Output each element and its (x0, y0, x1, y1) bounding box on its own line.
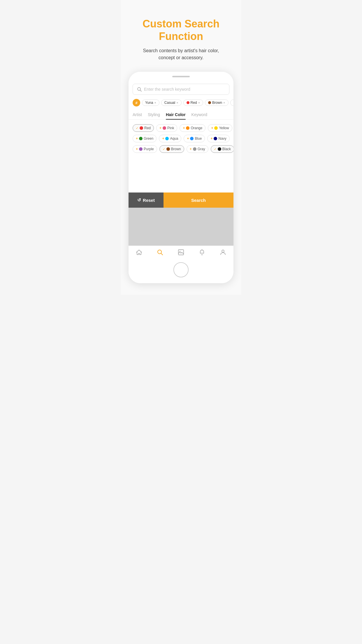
plus-icon: + (190, 147, 192, 151)
tag-label: Brown (212, 101, 222, 105)
search-bar[interactable]: Enter the search keyword (133, 84, 229, 95)
color-options: ✓ Red + Pink + Orange + (129, 120, 233, 158)
color-chip-yellow[interactable]: + Yellow (208, 124, 232, 132)
color-label-yellow: Yellow (219, 126, 229, 130)
action-bar: ↺ Reset Search (129, 192, 233, 208)
search-btn-label: Search (191, 198, 206, 203)
tab-artist[interactable]: Artist (133, 109, 142, 119)
color-dot-aqua (165, 137, 169, 140)
phone-home-area (129, 258, 233, 283)
color-row-2: + Green + Aqua + Blue + (133, 135, 229, 142)
color-dot-brown (166, 147, 170, 151)
color-dot-black (218, 147, 221, 151)
gallery-icon (178, 249, 184, 256)
color-label-blue: Blue (195, 136, 202, 141)
search-bar-wrapper: Enter the search keyword (129, 80, 233, 97)
page-title: Custom Search Function (126, 18, 236, 43)
nav-item-home[interactable] (129, 249, 150, 256)
bell-icon (198, 249, 205, 256)
plus-icon: + (187, 136, 189, 141)
search-icon (137, 87, 142, 92)
color-chip-orange[interactable]: + Orange (180, 124, 205, 132)
home-button[interactable] (173, 262, 189, 277)
color-label-brown: Brown (171, 147, 181, 151)
color-label-pink: Pink (167, 126, 174, 130)
color-row-3: + Purple ✓ Brown + Gray (133, 145, 229, 153)
color-label-purple: Purple (144, 147, 154, 151)
tag-chip-yuna[interactable]: Yuna × (142, 99, 159, 106)
color-chip-purple[interactable]: + Purple (133, 145, 157, 153)
color-label-aqua: Aqua (170, 136, 178, 141)
tab-keyword[interactable]: Keyword (191, 109, 207, 119)
color-label-green: Green (144, 136, 153, 141)
reset-icon: ↺ (137, 197, 141, 203)
page-subtitle: Search contents by artist's hair color,c… (143, 47, 219, 61)
tab-hair-color[interactable]: Hair Color (166, 109, 186, 119)
color-label-gray: Gray (198, 147, 205, 151)
plus-icon: + (136, 147, 138, 151)
color-dot-navy (214, 137, 217, 140)
tags-row: # Yuna × Casual × Red × Brown × (129, 97, 233, 109)
page-wrapper: Custom Search Function Search contents b… (121, 0, 241, 295)
plus-icon: + (136, 136, 138, 141)
tag-close-icon[interactable]: × (223, 101, 225, 104)
tag-color-dot (187, 101, 189, 104)
tab-styling[interactable]: Styling (148, 109, 160, 119)
search-nav-icon (157, 249, 164, 256)
color-chip-pink[interactable]: + Pink (156, 124, 177, 132)
color-chip-black[interactable]: ✓ Black (211, 145, 233, 153)
reset-button[interactable]: ↺ Reset (129, 192, 164, 208)
color-chip-gray[interactable]: + Gray (187, 145, 208, 153)
tag-label: Yuna (145, 101, 153, 105)
reset-label: Reset (143, 198, 155, 203)
nav-item-search[interactable] (150, 249, 171, 256)
color-chip-brown[interactable]: ✓ Brown (159, 145, 184, 153)
color-chip-green[interactable]: + Green (133, 135, 157, 142)
color-chip-navy[interactable]: + Navy (207, 135, 229, 142)
color-dot-pink (163, 126, 166, 130)
tag-chip-red[interactable]: Red × (183, 99, 203, 106)
tabs-row: Artist Styling Hair Color Keyword (129, 109, 233, 120)
tag-close-icon[interactable]: × (198, 101, 200, 104)
color-dot-purple (139, 147, 143, 151)
tag-chip-casual[interactable]: Casual × (161, 99, 182, 106)
search-button[interactable]: Search (164, 192, 233, 208)
bottom-nav (129, 246, 233, 258)
plus-icon: + (159, 126, 161, 130)
color-chip-red[interactable]: ✓ Red (133, 124, 154, 132)
color-label-black: Black (222, 147, 231, 151)
person-icon (219, 249, 226, 256)
color-chip-blue[interactable]: + Blue (184, 135, 205, 142)
tag-chip-black[interactable]: B (230, 99, 233, 106)
color-row-1: ✓ Red + Pink + Orange + (133, 124, 229, 132)
color-chip-aqua[interactable]: + Aqua (159, 135, 181, 142)
search-placeholder: Enter the search keyword (144, 87, 190, 92)
home-icon (136, 249, 143, 256)
check-icon: ✓ (214, 147, 217, 151)
svg-point-7 (222, 250, 224, 252)
tag-close-icon[interactable]: × (154, 101, 156, 104)
color-dot-gray (193, 147, 196, 151)
plus-icon: + (183, 126, 185, 130)
tag-color-dot (208, 101, 211, 104)
svg-line-3 (161, 253, 163, 255)
nav-item-profile[interactable] (212, 249, 233, 256)
plus-icon: + (210, 136, 212, 141)
svg-point-5 (180, 251, 180, 252)
tag-chip-brown[interactable]: Brown × (205, 99, 228, 106)
nav-item-bell[interactable] (191, 249, 212, 256)
hash-badge: # (133, 99, 140, 106)
phone-mockup: Enter the search keyword # Yuna × Casual… (129, 72, 233, 283)
color-dot-red (140, 126, 143, 130)
nav-item-gallery[interactable] (171, 249, 191, 256)
svg-line-1 (140, 90, 141, 91)
color-dot-green (139, 137, 143, 140)
color-dot-yellow (214, 126, 218, 130)
phone-notch (172, 76, 190, 77)
empty-area (129, 158, 233, 192)
color-dot-blue (190, 137, 194, 140)
color-label-navy: Navy (218, 136, 226, 141)
tag-close-icon[interactable]: × (176, 101, 178, 104)
check-icon: ✓ (136, 126, 138, 130)
tag-label: Casual (164, 101, 175, 105)
